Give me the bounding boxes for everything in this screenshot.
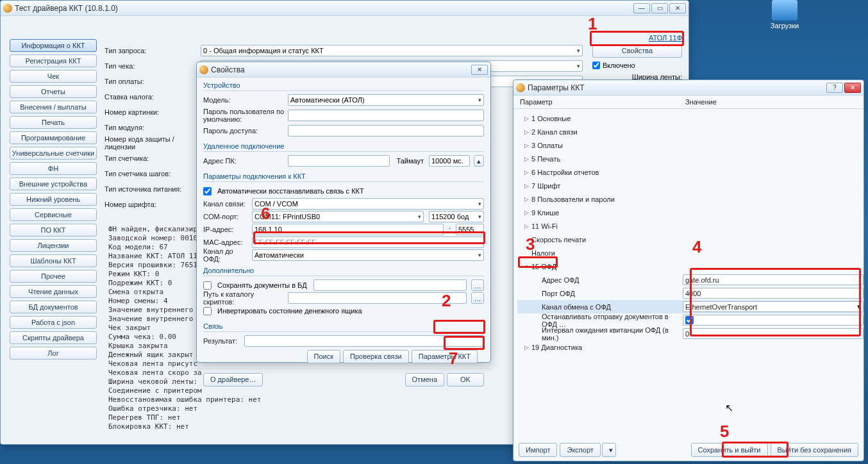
device-name-link[interactable]: АТОЛ 11Ф xyxy=(592,34,682,42)
auto-restore-checkbox[interactable] xyxy=(203,187,212,195)
ofd-addr-value[interactable]: gate.ofd.ru xyxy=(683,274,864,285)
label-mod-type: Тип модуля: xyxy=(104,124,201,131)
sidebar-item-reg[interactable]: Регистрация ККТ xyxy=(10,54,97,67)
sidebar-item-print[interactable]: Печать xyxy=(10,116,97,129)
input-db-path[interactable] xyxy=(313,279,467,291)
sidebar-item-json[interactable]: Работа с json xyxy=(10,316,97,329)
label-pass-default: Пароль пользователя по умолчанию: xyxy=(203,108,285,123)
ofd-stop-value[interactable] xyxy=(683,315,864,326)
combo-model[interactable]: Автоматически (АТОЛ)▾ xyxy=(288,94,484,106)
desktop-downloads[interactable]: Загрузки xyxy=(762,0,807,29)
sidebar-item-log[interactable]: Лог xyxy=(10,347,97,360)
ofd-chan-row[interactable]: Канал обмена с ОФД EthernetOverTransport… xyxy=(517,300,864,313)
ofd-port-value[interactable]: 4000 xyxy=(683,288,864,299)
sidebar-item-licenses[interactable]: Лицензии xyxy=(10,239,97,252)
label-auto-restore: Автоматически восстанавливать связь с КК… xyxy=(217,187,364,195)
sidebar-item-universal[interactable]: Универсальные счетчики xyxy=(10,147,97,160)
check-link-button[interactable]: Проверка связи xyxy=(343,350,409,363)
ofd-stop-checkbox[interactable] xyxy=(685,316,694,324)
group-kkt-legend: Параметры подключения к ККТ xyxy=(203,171,484,181)
kkt-params-window: Параметры ККТ ? ✕ Параметр Значение ▷1 О… xyxy=(513,79,864,461)
exit-nosave-button[interactable]: Выйти без сохранения xyxy=(771,443,859,457)
params-title: Параметры ККТ xyxy=(528,83,826,92)
sidebar-item-db[interactable]: БД документов xyxy=(10,301,97,313)
sidebar-item-check[interactable]: Чек xyxy=(10,70,97,83)
tree-node[interactable]: Скорость печати xyxy=(517,233,864,246)
close-button[interactable]: ✕ xyxy=(471,65,488,75)
sidebar-item-fn[interactable]: ФН xyxy=(10,162,97,175)
export-dropdown[interactable]: ▾ xyxy=(602,443,616,457)
sidebar-item-service[interactable]: Сервисные xyxy=(10,208,97,221)
label-result: Результат: xyxy=(203,337,242,345)
kkt-params-button[interactable]: Параметры ККТ xyxy=(412,350,478,363)
tree-node[interactable]: ▷3 Оплаты xyxy=(517,138,864,152)
props-titlebar[interactable]: Свойства ✕ xyxy=(197,62,490,78)
browse-script-button[interactable]: … xyxy=(471,292,484,304)
save-exit-button[interactable]: Сохранить и выйти xyxy=(691,443,768,457)
tree-node-ofd[interactable]: ▿15 ОФД xyxy=(517,260,864,273)
combo-req-type[interactable]: 0 - Общая информация и статус ККТ▾ xyxy=(201,45,583,56)
input-ip-port[interactable] xyxy=(456,224,484,235)
ofd-interval-row[interactable]: Интервал ожидания квитанции ОФД (в мин.)… xyxy=(517,327,864,340)
ofd-chan-value[interactable]: EthernetOverTransport▾ xyxy=(683,301,864,312)
tree-node[interactable]: ▷7 Шрифт xyxy=(517,179,864,192)
ok-button[interactable]: OK xyxy=(447,373,484,386)
input-pass-access[interactable] xyxy=(288,125,484,137)
save-db-checkbox[interactable] xyxy=(203,281,212,290)
close-button[interactable]: ✕ xyxy=(669,3,686,13)
sidebar-item-ext-devices[interactable]: Внешние устройства xyxy=(10,178,97,190)
maximize-button[interactable]: ▭ xyxy=(651,3,668,13)
sidebar-item-cash[interactable]: Внесения / выплаты xyxy=(10,101,97,113)
main-titlebar[interactable]: Тест драйвера ККТ (10.8.1.0) — ▭ ✕ xyxy=(1,1,689,16)
import-button[interactable]: Импорт xyxy=(519,443,557,457)
folder-icon xyxy=(772,0,797,21)
input-pass-default[interactable] xyxy=(288,110,484,121)
sidebar-item-programming[interactable]: Программирование xyxy=(10,131,97,144)
label-pass-access: Пароль доступа: xyxy=(203,127,285,135)
export-button[interactable]: Экспорт xyxy=(560,443,600,457)
input-ip[interactable] xyxy=(252,224,444,235)
minimize-button[interactable]: — xyxy=(633,3,650,13)
cancel-button[interactable]: Отмена xyxy=(405,373,444,386)
tree-node[interactable]: ▷11 Wi-Fi xyxy=(517,219,864,233)
sidebar-item-info[interactable]: Информация о ККТ xyxy=(10,39,97,52)
ofd-port-row[interactable]: Порт ОФД 4000 xyxy=(517,286,864,300)
about-button[interactable]: О драйвере… xyxy=(203,373,263,386)
tree-node[interactable]: ▷5 Печать xyxy=(517,152,864,165)
enabled-checkbox[interactable] xyxy=(592,62,600,69)
input-timeout[interactable] xyxy=(429,155,470,167)
chevron-down-icon: ▾ xyxy=(577,47,580,54)
input-mac[interactable] xyxy=(252,236,484,248)
sidebar-item-lowlevel[interactable]: Нижний уровень xyxy=(10,193,97,206)
sidebar-item-other[interactable]: Прочее xyxy=(10,270,97,283)
input-script-path[interactable] xyxy=(288,292,467,304)
search-button[interactable]: Поиск xyxy=(307,350,340,363)
params-titlebar[interactable]: Параметры ККТ ? ✕ xyxy=(513,80,864,95)
combo-chan[interactable]: COM / VCOM▾ xyxy=(252,198,484,210)
close-button[interactable]: ✕ xyxy=(844,83,861,93)
tree-node[interactable]: ▷1 Основные xyxy=(517,112,864,125)
input-pc-addr[interactable] xyxy=(288,155,390,167)
combo-baud[interactable]: 115200 бод▾ xyxy=(429,211,484,222)
tree-node[interactable]: ▷2 Канал связи xyxy=(517,125,864,138)
browse-db-button[interactable]: … xyxy=(471,279,484,291)
invert-drawer-checkbox[interactable] xyxy=(203,307,212,315)
tree-node[interactable]: ▷19 Диагностика xyxy=(517,340,864,354)
properties-button[interactable]: Свойства xyxy=(592,44,682,58)
tree-node[interactable]: ▷8 Пользователи и пароли xyxy=(517,192,864,206)
sidebar-item-read[interactable]: Чтение данных xyxy=(10,285,97,298)
ofd-addr-row[interactable]: Адрес ОФД gate.ofd.ru xyxy=(517,273,864,286)
timeout-spinner[interactable]: ▴ xyxy=(474,155,484,167)
tree-node[interactable]: ▷6 Настройки отчетов xyxy=(517,165,864,179)
ofd-stop-row[interactable]: Останавливать отправку документов в ОФД … xyxy=(517,313,864,327)
tree-node[interactable]: Налоги xyxy=(517,246,864,260)
tree-node[interactable]: ▷9 Клише xyxy=(517,206,864,219)
sidebar-item-templates[interactable]: Шаблоны ККТ xyxy=(10,254,97,267)
sidebar-item-kktsoft[interactable]: ПО ККТ xyxy=(10,224,97,236)
help-button[interactable]: ? xyxy=(826,83,843,93)
combo-com-port[interactable]: COM11: FPrintUSB0▾ xyxy=(252,211,424,222)
combo-chan-ofd[interactable]: Автоматически▾ xyxy=(252,249,484,261)
sidebar-item-scripts[interactable]: Скрипты драйвера xyxy=(10,331,97,344)
sidebar-item-reports[interactable]: Отчеты xyxy=(10,85,97,98)
ofd-interval-value[interactable]: 0 xyxy=(683,328,864,339)
